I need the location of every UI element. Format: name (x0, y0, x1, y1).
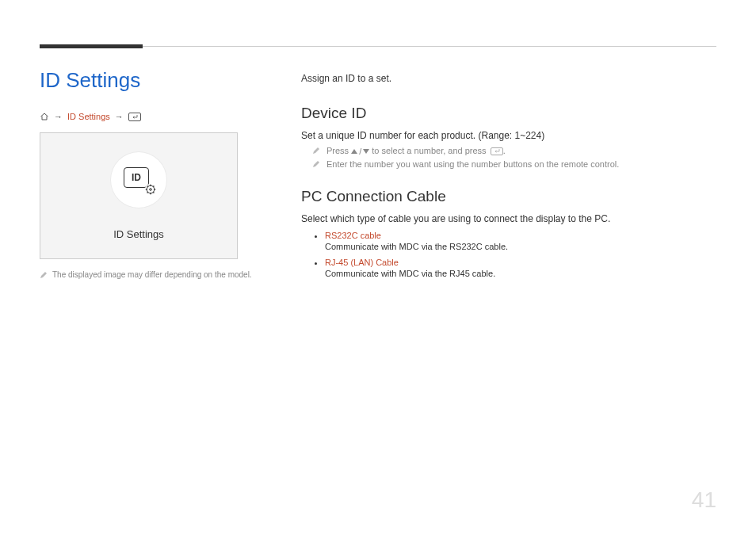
note-text: Enter the number you want using the numb… (326, 159, 619, 169)
header-accent (40, 44, 143, 48)
device-id-heading: Device ID (301, 105, 716, 122)
left-column: ID Settings → ID Settings → ID (40, 68, 269, 285)
home-icon (40, 112, 49, 121)
note-text: Press / to select a number, and press . (326, 146, 506, 156)
list-item: RJ-45 (LAN) Cable Communicate with MDC v… (325, 258, 716, 278)
option-desc: Communicate with MDC via the RJ45 cable. (325, 269, 495, 278)
gear-icon (144, 183, 157, 196)
svg-line-6 (147, 185, 148, 186)
pencil-icon (40, 271, 48, 279)
preview-caption: ID Settings (113, 228, 164, 240)
image-disclaimer-text: The displayed image may differ depending… (52, 270, 252, 279)
page-title: ID Settings (40, 68, 269, 93)
pc-connection-heading: PC Connection Cable (301, 188, 716, 205)
pc-connection-section: PC Connection Cable Select which type of… (301, 188, 716, 278)
list-item: RS232C cable Communicate with MDC via th… (325, 231, 716, 251)
right-column: Assign an ID to a set. Device ID Set a u… (301, 68, 716, 285)
id-settings-icon: ID (124, 167, 154, 193)
cable-options-list: RS232C cable Communicate with MDC via th… (301, 231, 716, 278)
breadcrumb-arrow: → (54, 112, 63, 121)
preview-circle: ID (111, 152, 166, 208)
option-title: RJ-45 (LAN) Cable (325, 258, 716, 267)
preview-tile: ID ID Settings (40, 132, 238, 259)
breadcrumb-arrow: → (115, 112, 124, 121)
pencil-icon (312, 147, 320, 155)
device-id-desc: Set a unique ID number for each product.… (301, 130, 716, 141)
intro-text: Assign an ID to a set. (301, 73, 716, 84)
breadcrumb: → ID Settings → (40, 112, 269, 121)
up-arrow-icon (351, 149, 357, 154)
option-desc: Communicate with MDC via the RS232C cabl… (325, 242, 508, 251)
pc-connection-desc: Select which type of cable you are using… (301, 213, 716, 224)
device-id-note-1: Press / to select a number, and press . (312, 146, 716, 156)
svg-line-7 (153, 192, 154, 193)
option-title: RS232C cable (325, 231, 716, 240)
svg-line-8 (147, 192, 148, 193)
breadcrumb-link: ID Settings (67, 112, 110, 121)
image-disclaimer: The displayed image may differ depending… (40, 270, 269, 279)
pencil-icon (312, 160, 320, 168)
enter-icon (128, 113, 141, 121)
enter-icon (491, 147, 503, 155)
page-layout: ID Settings → ID Settings → ID (40, 40, 716, 285)
svg-line-9 (153, 185, 154, 186)
page-number: 41 (692, 487, 716, 513)
down-arrow-icon (363, 149, 369, 154)
device-id-note-2: Enter the number you want using the numb… (312, 159, 716, 169)
